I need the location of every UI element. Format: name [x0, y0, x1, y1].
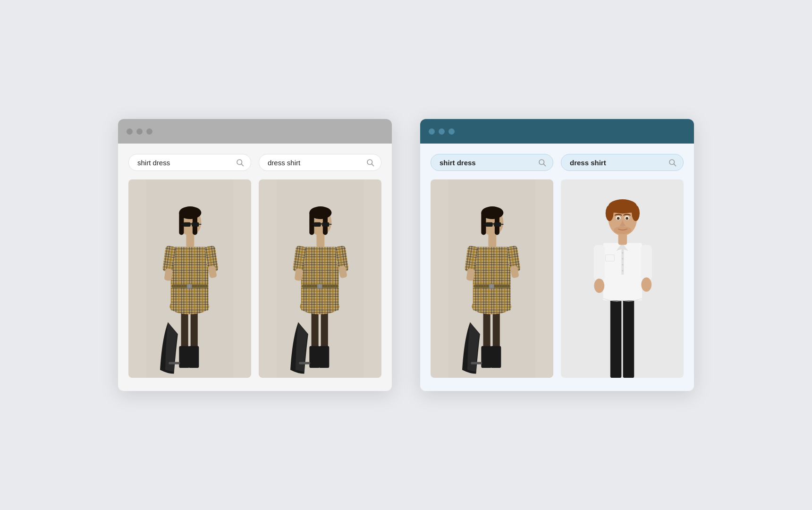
svg-point-122 — [606, 205, 614, 221]
right-image-row — [431, 179, 684, 378]
search-icon-right-2 — [668, 158, 677, 167]
left-title-bar — [118, 119, 392, 144]
right-product-image-2 — [561, 179, 684, 378]
left-browser-content: shirt dress dress shirt — [118, 144, 392, 391]
dot-1-left — [127, 128, 133, 135]
svg-rect-103 — [471, 362, 482, 364]
left-search-row: shirt dress dress shirt — [128, 154, 381, 171]
right-search-row: shirt dress dress shirt — [431, 154, 684, 171]
svg-rect-115 — [641, 245, 652, 281]
svg-rect-98 — [486, 222, 493, 227]
svg-rect-67 — [299, 362, 310, 364]
right-search-box-1[interactable]: shirt dress — [431, 154, 553, 171]
right-product-image-1 — [431, 179, 553, 378]
svg-rect-105 — [610, 295, 622, 378]
svg-rect-82 — [481, 346, 491, 368]
dot-2-left — [136, 128, 143, 135]
svg-rect-15 — [188, 346, 199, 368]
left-search-box-1[interactable]: shirt dress — [128, 154, 251, 171]
svg-rect-32 — [190, 223, 192, 224]
svg-point-111 — [622, 258, 623, 259]
svg-line-69 — [543, 164, 545, 166]
svg-point-126 — [617, 217, 620, 220]
svg-rect-96 — [481, 211, 486, 235]
svg-rect-47 — [319, 346, 329, 368]
dot-3-left — [146, 128, 152, 135]
man-white-svg — [561, 179, 684, 378]
svg-point-123 — [632, 205, 640, 221]
svg-rect-99 — [494, 222, 501, 227]
search-icon-right-1 — [538, 158, 546, 167]
svg-point-128 — [614, 226, 631, 234]
search-icon-left-1 — [236, 158, 244, 167]
right-browser: shirt dress dress shirt — [420, 119, 694, 391]
svg-rect-14 — [179, 346, 189, 368]
svg-line-3 — [372, 164, 373, 166]
left-search-box-2[interactable]: dress shirt — [259, 154, 381, 171]
left-image-row — [128, 179, 381, 378]
left-product-image-1 — [128, 179, 251, 378]
right-search-text-1: shirt dress — [440, 159, 538, 167]
left-search-text-1: shirt dress — [137, 159, 236, 167]
svg-rect-64 — [321, 223, 322, 224]
svg-rect-86 — [476, 247, 508, 287]
left-browser: shirt dress dress shirt — [118, 119, 392, 391]
svg-line-1 — [241, 164, 243, 166]
woman-plaid-svg-right — [431, 179, 553, 378]
svg-rect-60 — [309, 211, 314, 235]
svg-rect-31 — [192, 222, 199, 227]
dot-2-right — [439, 128, 445, 135]
woman-plaid-svg-1 — [128, 179, 251, 378]
svg-line-71 — [674, 164, 676, 166]
svg-rect-83 — [491, 346, 501, 368]
svg-rect-46 — [309, 346, 320, 368]
svg-point-117 — [641, 277, 651, 291]
svg-rect-52 — [317, 284, 322, 289]
right-title-bar — [420, 119, 694, 144]
svg-point-127 — [626, 217, 628, 220]
left-search-text-2: dress shirt — [268, 159, 366, 167]
svg-point-113 — [622, 270, 623, 272]
right-search-text-2: dress shirt — [570, 159, 668, 167]
svg-rect-18 — [174, 247, 206, 287]
svg-rect-30 — [184, 222, 191, 227]
svg-rect-62 — [314, 222, 321, 227]
dot-1-right — [429, 128, 435, 135]
right-search-box-2[interactable]: dress shirt — [561, 154, 684, 171]
search-icon-left-2 — [366, 158, 374, 167]
svg-point-112 — [622, 264, 623, 265]
woman-plaid-svg-2 — [259, 179, 381, 378]
dot-3-right — [448, 128, 455, 135]
svg-rect-35 — [169, 362, 180, 364]
svg-rect-63 — [322, 222, 329, 227]
right-browser-content: shirt dress dress shirt — [420, 144, 694, 391]
svg-point-116 — [594, 279, 604, 293]
svg-rect-88 — [489, 284, 494, 289]
svg-rect-20 — [187, 284, 192, 289]
left-product-image-2 — [259, 179, 381, 378]
svg-rect-114 — [594, 245, 605, 281]
svg-rect-50 — [304, 247, 337, 287]
svg-point-110 — [622, 252, 623, 254]
svg-rect-100 — [492, 223, 494, 224]
svg-rect-28 — [179, 211, 184, 235]
svg-rect-106 — [623, 295, 634, 378]
